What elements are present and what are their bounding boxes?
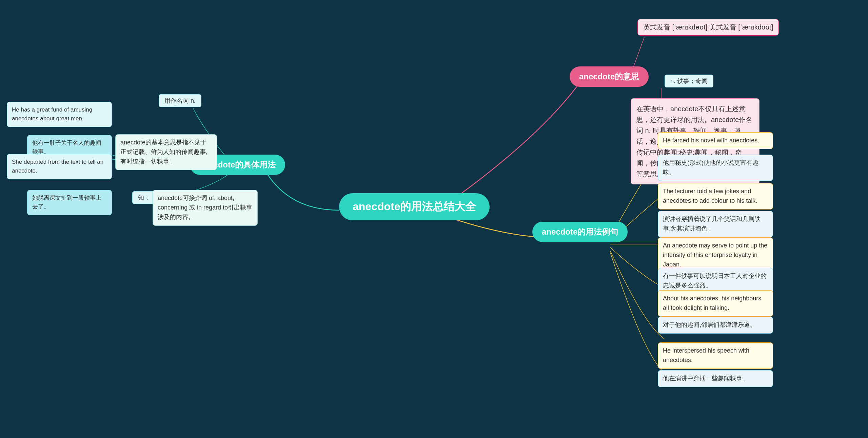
example-1-en: He farced his novel with anecdotes. <box>658 132 773 149</box>
example-5-cn: 他在演讲中穿插一些趣闻轶事。 <box>658 370 773 387</box>
ex1-cn: 他用秘史(形式)使他的小说更富有趣味。 <box>663 159 758 176</box>
pos-text: 用作名词 n. <box>164 97 196 104</box>
preposition-desc-text: anecdote可接介词 of, about, concerning 或 in … <box>158 195 252 220</box>
ex4-cn: 对于他的趣闻,邻居们都津津乐道。 <box>663 321 756 328</box>
left-ex2-en-text: She departed from the text to tell an an… <box>12 159 103 174</box>
left-example-2-cn: 她脱离课文扯到一段轶事上去了。 <box>27 190 112 215</box>
example-4-cn: 对于他的趣闻,邻居们都津津乐道。 <box>658 317 773 334</box>
ex5-cn: 他在演讲中穿插一些趣闻轶事。 <box>663 375 748 382</box>
pronunciation-box: 英式发音 [ˈænɪkdəʊt] 美式发音 [ˈænɪkdoʊt] <box>637 19 779 36</box>
example-1-cn: 他用秘史(形式)使他的小说更富有趣味。 <box>658 155 773 181</box>
ex5-en: He interspersed his speech with anecdote… <box>663 347 749 363</box>
basic-meaning-box: anecdote的基本意思是指不见于正式记载、鲜为人知的传闻趣事,有时统指一切轶… <box>115 134 217 170</box>
meaning-node: anecdote的意思 <box>570 66 649 87</box>
ex2-en: The lecturer told a few jokes and anecdo… <box>663 188 757 204</box>
example-5-en: He interspersed his speech with anecdote… <box>658 342 773 369</box>
left-ex1-en-text: He has a great fund of amusing anecdotes… <box>12 106 92 122</box>
pronunciation-text: 英式发音 [ˈænɪkdəʊt] 美式发音 [ˈænɪkdoʊt] <box>643 23 773 31</box>
basic-meaning-text: anecdote的基本意思是指不见于正式记载、鲜为人知的传闻趣事,有时统指一切轶… <box>120 139 208 165</box>
ex4-en: About his anecdotes, his neighbours all … <box>663 295 761 311</box>
example-2-en: The lecturer told a few jokes and anecdo… <box>658 183 773 210</box>
left-example-1-en: He has a great fund of amusing anecdotes… <box>7 102 112 127</box>
left-example-2-en: She departed from the text to tell an an… <box>7 154 112 179</box>
ex3-en: An anecdote may serve to point up the in… <box>663 242 767 268</box>
mind-map: anecdote的用法总结大全 anecdote的具体用法 anecdote的用… <box>0 0 868 438</box>
pos-label: 用作名词 n. <box>159 94 201 107</box>
short-meaning-text: n. 轶事；奇闻 <box>670 78 708 84</box>
left-ex2-cn-text: 她脱离课文扯到一段轶事上去了。 <box>32 195 101 210</box>
ex3-cn: 有一件轶事可以说明日本工人对企业的忠诚是多么强烈。 <box>663 273 767 289</box>
ex2-cn: 演讲者穿插着说了几个笑话和几则轶事,为其演讲增色。 <box>663 216 761 232</box>
preposition-desc-box: anecdote可接介词 of, about, concerning 或 in … <box>153 190 258 226</box>
center-node: anecdote的用法总结大全 <box>339 193 490 220</box>
short-meaning-box: n. 轶事；奇闻 <box>665 75 713 87</box>
examples-node: anecdote的用法例句 <box>532 222 628 242</box>
example-2-cn: 演讲者穿插着说了几个笑话和几则轶事,为其演讲增色。 <box>658 211 773 237</box>
ex1-en: He farced his novel with anecdotes. <box>663 137 759 144</box>
preposition-label-text: 知： <box>138 194 150 201</box>
left-ex1-cn-text: 他有一肚子关于名人的趣闻轶事。 <box>32 140 101 155</box>
example-4-en: About his anecdotes, his neighbours all … <box>658 290 773 317</box>
